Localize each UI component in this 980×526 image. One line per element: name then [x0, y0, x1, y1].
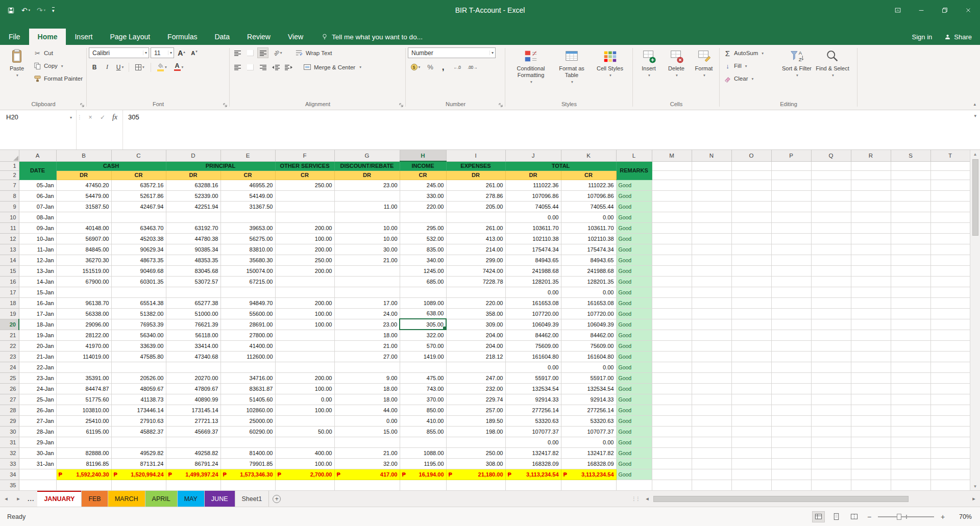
cell-G8[interactable] — [334, 190, 400, 201]
cell-D20[interactable]: 76621.39 — [166, 319, 220, 330]
sign-in-link[interactable]: Sign in — [912, 33, 933, 41]
cell-J24[interactable]: 0.00 — [505, 362, 561, 372]
cell-G21[interactable]: 18.00 — [334, 330, 400, 340]
cell-R2[interactable] — [851, 170, 891, 180]
cell-F25[interactable]: 200.00 — [275, 372, 334, 383]
cell-D27[interactable]: 40890.99 — [166, 394, 220, 405]
cell-I27[interactable]: 229.74 — [446, 394, 505, 405]
cell-J26[interactable]: 132534.54 — [505, 383, 561, 394]
row-header-14[interactable]: 14 — [0, 255, 19, 265]
cell-H8[interactable]: 330.00 — [400, 190, 446, 201]
cell-K22[interactable]: 75609.00 — [561, 340, 616, 351]
font-size-select[interactable]: 11▾ — [151, 47, 174, 58]
cell-C12[interactable]: 45203.38 — [111, 233, 166, 244]
cell-C23[interactable]: 47585.80 — [111, 351, 166, 362]
delete-cells-button[interactable]: Delete▾ — [663, 46, 690, 97]
cell-T24[interactable] — [930, 362, 970, 372]
header-sub-D[interactable]: DR — [166, 170, 220, 180]
header-income[interactable]: INCOME — [400, 161, 446, 170]
column-header-N[interactable]: N — [692, 150, 731, 161]
cell-T28[interactable] — [930, 405, 970, 415]
cell-O22[interactable] — [731, 340, 771, 351]
row-header-26[interactable]: 26 — [0, 383, 19, 394]
cell-L20[interactable]: Good — [616, 319, 652, 330]
cell-I17[interactable] — [446, 287, 505, 297]
cell-F16[interactable] — [275, 276, 334, 287]
header-principal[interactable]: PRINCIPAL — [166, 161, 275, 170]
cell-H31[interactable] — [400, 437, 446, 447]
cell-E25[interactable]: 34716.00 — [220, 372, 275, 383]
column-header-C[interactable]: C — [111, 150, 166, 161]
cell-G9[interactable]: 11.00 — [334, 201, 400, 212]
insert-function-button[interactable]: fx — [109, 112, 120, 122]
cell-S31[interactable] — [891, 437, 930, 447]
cell-O7[interactable] — [731, 180, 771, 190]
cell-Q30[interactable] — [811, 426, 851, 437]
cell-C27[interactable]: 41138.73 — [111, 394, 166, 405]
cell-R21[interactable] — [851, 330, 891, 340]
cell-O12[interactable] — [731, 233, 771, 244]
row-header-11[interactable]: 11 — [0, 222, 19, 233]
cell-A34[interactable] — [19, 469, 56, 480]
cell-A10[interactable]: 08-Jan — [19, 212, 56, 222]
cell-N21[interactable] — [692, 330, 731, 340]
cell-Q22[interactable] — [811, 340, 851, 351]
alignment-dialog-launcher-icon[interactable] — [399, 103, 404, 108]
cell-F31[interactable] — [275, 437, 334, 447]
increase-font-size-button[interactable]: A▴ — [176, 47, 187, 58]
cell-G12[interactable]: 10.00 — [334, 233, 400, 244]
cell-S28[interactable] — [891, 405, 930, 415]
align-right-button[interactable] — [257, 62, 268, 72]
cell-Q19[interactable] — [811, 308, 851, 319]
name-box[interactable]: H20▾ — [0, 110, 77, 149]
cell-G10[interactable] — [334, 212, 400, 222]
cell-G23[interactable]: 27.00 — [334, 351, 400, 362]
header-sub-E[interactable]: CR — [220, 170, 275, 180]
cell-B12[interactable]: 56907.00 — [56, 233, 111, 244]
cell-E10[interactable] — [220, 212, 275, 222]
cell-R32[interactable] — [851, 447, 891, 458]
cell-A27[interactable]: 25-Jan — [19, 394, 56, 405]
ribbon-display-options-button[interactable] — [886, 0, 910, 20]
redo-button[interactable]: ↷▾ — [37, 7, 45, 14]
cell-B34[interactable]: ₱1,592,240.30 — [56, 469, 111, 480]
cell-E21[interactable]: 27800.00 — [220, 330, 275, 340]
cancel-formula-button[interactable]: × — [85, 112, 96, 122]
row-header-27[interactable]: 27 — [0, 394, 19, 405]
cell-A9[interactable]: 07-Jan — [19, 201, 56, 212]
cell-O10[interactable] — [731, 212, 771, 222]
cell-B25[interactable]: 35391.00 — [56, 372, 111, 383]
column-header-E[interactable]: E — [220, 150, 275, 161]
cell-L23[interactable]: Good — [616, 351, 652, 362]
cell-A24[interactable]: 22-Jan — [19, 362, 56, 372]
cell-S30[interactable] — [891, 426, 930, 437]
cell-H16[interactable]: 685.00 — [400, 276, 446, 287]
cell-T2[interactable] — [930, 170, 970, 180]
cell-P29[interactable] — [771, 415, 811, 426]
cell-Q2[interactable] — [811, 170, 851, 180]
cell-T7[interactable] — [930, 180, 970, 190]
cell-S17[interactable] — [891, 287, 930, 297]
cell-D26[interactable]: 47809.67 — [166, 383, 220, 394]
cell-E18[interactable]: 94849.70 — [220, 297, 275, 308]
cell-I10[interactable] — [446, 212, 505, 222]
header-sub-F[interactable]: CR — [275, 170, 334, 180]
cell-P15[interactable] — [771, 265, 811, 276]
decrease-decimal-button[interactable]: .00→ — [465, 62, 479, 72]
cell-Q18[interactable] — [811, 297, 851, 308]
cell-M30[interactable] — [652, 426, 692, 437]
cell-styles-button[interactable]: Cell Styles▾ — [592, 46, 628, 97]
cell-L25[interactable]: Good — [616, 372, 652, 383]
insert-cells-button[interactable]: Insert▾ — [635, 46, 663, 97]
cell-O9[interactable] — [731, 201, 771, 212]
cell-J11[interactable]: 103611.70 — [505, 222, 561, 233]
column-header-M[interactable]: M — [652, 150, 692, 161]
cell-M13[interactable] — [652, 244, 692, 255]
cell-F27[interactable]: 0.00 — [275, 394, 334, 405]
cell-C16[interactable]: 60301.35 — [111, 276, 166, 287]
cell-G16[interactable] — [334, 276, 400, 287]
cell-H14[interactable]: 340.00 — [400, 255, 446, 265]
cell-M2[interactable] — [652, 170, 692, 180]
cell-H21[interactable]: 322.00 — [400, 330, 446, 340]
hscroll-left-arrow[interactable]: ◂ — [642, 495, 652, 502]
